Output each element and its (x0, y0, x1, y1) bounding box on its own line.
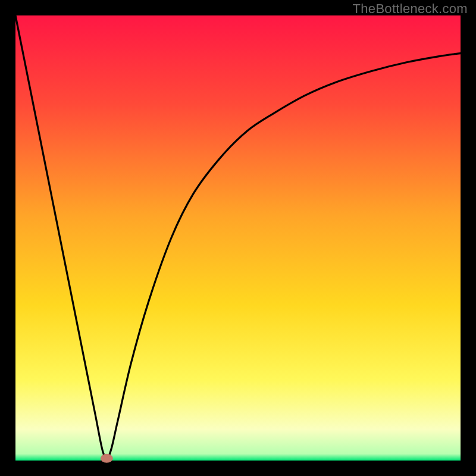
minimum-marker (101, 454, 113, 463)
bottleneck-chart (0, 0, 476, 476)
plot-background (15, 15, 461, 461)
chart-container: { "watermark": "TheBottleneck.com", "col… (0, 0, 476, 476)
watermark-text: TheBottleneck.com (353, 1, 468, 17)
